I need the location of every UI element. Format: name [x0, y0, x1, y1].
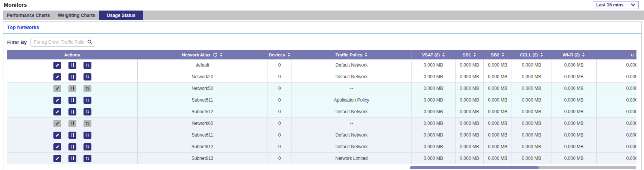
- column-header-sb1[interactable]: SB1: [455, 50, 483, 59]
- edit-button[interactable]: [53, 97, 61, 104]
- traffic-policy-cell: Default Network: [292, 59, 412, 71]
- sb2-usage-cell: 0.000 MB: [484, 94, 512, 106]
- traffic-policy-cell: Default Network: [292, 129, 412, 141]
- reorder-button[interactable]: [84, 85, 91, 92]
- pause-icon: [71, 121, 74, 125]
- sort-control[interactable]: [474, 53, 476, 57]
- table-row: Network50 0 -- 0.000 MB 0.000 MB 0.000 M…: [7, 83, 636, 94]
- edit-button[interactable]: [53, 143, 61, 150]
- edit-button[interactable]: [53, 62, 61, 69]
- reorder-button[interactable]: [84, 62, 91, 69]
- vsat-usage-cell: 0.000 MB: [412, 129, 456, 141]
- vsat-usage-cell: 0.000 MB: [412, 106, 456, 117]
- sort-control[interactable]: [582, 53, 585, 57]
- network-alias-cell: Subnet612: [138, 141, 267, 152]
- up-down-arrows-icon: [85, 109, 90, 114]
- time-range-select[interactable]: Last 15 mins: [593, 1, 639, 9]
- pause-button[interactable]: [68, 85, 76, 92]
- pause-button[interactable]: [68, 62, 76, 69]
- pause-icon: [71, 87, 74, 90]
- u-eth-usage-cell: 0.000 MB: [597, 141, 636, 152]
- tab-performance-charts[interactable]: Performance Charts: [3, 11, 54, 20]
- column-header-traffic-policy[interactable]: Traffic Policy: [292, 50, 411, 59]
- column-label: Devices: [269, 53, 285, 57]
- sb1-usage-cell: 0.000 MB: [456, 153, 484, 164]
- vsat-usage-cell: 0.000 MB: [412, 59, 456, 71]
- column-label: Actions: [64, 53, 80, 57]
- column-header-wifi[interactable]: Wi-Fi (2): [551, 50, 596, 59]
- pencil-icon: [55, 156, 59, 161]
- sort-control[interactable]: [220, 53, 222, 57]
- horizontal-scrollbar-thumb[interactable]: [410, 166, 539, 169]
- pause-icon: [71, 145, 74, 149]
- vsat-usage-cell: 0.000 MB: [412, 141, 456, 152]
- edit-button[interactable]: [53, 132, 61, 139]
- sort-control[interactable]: [502, 53, 504, 57]
- edit-button[interactable]: [53, 155, 61, 162]
- column-header-cell[interactable]: CELL (2): [512, 50, 551, 59]
- reorder-button[interactable]: [84, 108, 91, 115]
- edit-button[interactable]: [53, 73, 61, 80]
- u-eth-usage-cell: 0.000 MB: [597, 94, 636, 106]
- pencil-icon: [55, 98, 59, 102]
- filter-input[interactable]: [30, 38, 95, 47]
- column-header-vsat[interactable]: VSAT (2): [411, 50, 455, 59]
- reorder-button[interactable]: [84, 97, 91, 104]
- up-down-arrows-icon: [85, 98, 90, 102]
- edit-button[interactable]: [53, 85, 61, 92]
- filter-by-label: Filter By: [7, 39, 27, 45]
- column-header-u-eth[interactable]: u_Et: [596, 50, 636, 59]
- column-label: SB2: [491, 53, 499, 57]
- u-eth-usage-cell: 0.000 MB: [597, 118, 636, 129]
- column-header-devices[interactable]: Devices: [267, 50, 292, 59]
- reorder-button[interactable]: [84, 120, 91, 127]
- vsat-usage-cell: 0.000 MB: [412, 153, 456, 164]
- sb1-usage-cell: 0.000 MB: [456, 118, 484, 129]
- top-bar: Monitors Last 15 mins: [0, 0, 644, 10]
- u-eth-usage-cell: 0.000 MB: [597, 83, 636, 94]
- cell-usage-cell: 0.000 MB: [512, 153, 551, 164]
- search-icon[interactable]: [87, 39, 93, 45]
- wifi-usage-cell: 0.000 MB: [551, 94, 597, 106]
- pause-button[interactable]: [68, 120, 76, 127]
- sort-control[interactable]: [365, 53, 367, 57]
- u-eth-usage-cell: 0.000 MB: [597, 129, 636, 141]
- devices-cell: 0: [267, 83, 292, 94]
- column-header-actions: Actions: [7, 50, 137, 59]
- pause-button[interactable]: [68, 143, 76, 150]
- column-header-sb2[interactable]: SB2: [483, 50, 512, 59]
- actions-cell: [7, 106, 138, 117]
- pause-button[interactable]: [68, 132, 76, 139]
- column-label: CELL (2): [520, 53, 538, 57]
- tab-usage-status[interactable]: Usage Status: [99, 11, 143, 20]
- network-alias-cell: Subnet512: [138, 106, 267, 117]
- reorder-button[interactable]: [84, 155, 91, 162]
- sb2-usage-cell: 0.000 MB: [484, 118, 512, 129]
- pause-button[interactable]: [68, 73, 76, 80]
- column-header-network-alias[interactable]: Network Alias: [137, 50, 267, 59]
- sort-control[interactable]: [541, 53, 543, 57]
- horizontal-scrollbar[interactable]: [410, 166, 636, 169]
- pause-button[interactable]: [68, 155, 76, 162]
- reorder-button[interactable]: [84, 73, 91, 80]
- table-row: default 0 Default Network 0.000 MB 0.000…: [7, 59, 636, 71]
- vsat-usage-cell: 0.000 MB: [412, 118, 456, 129]
- refresh-icon[interactable]: [213, 53, 217, 57]
- actions-cell: [7, 153, 138, 164]
- edit-button[interactable]: [53, 120, 61, 127]
- pencil-icon: [55, 75, 59, 79]
- tab-weighting-charts[interactable]: Weighting Charts: [54, 11, 99, 20]
- pause-icon: [71, 156, 74, 160]
- reorder-button[interactable]: [84, 143, 91, 150]
- reorder-button[interactable]: [84, 132, 91, 139]
- devices-cell: 0: [267, 71, 292, 82]
- sort-control[interactable]: [442, 53, 445, 57]
- pause-button[interactable]: [68, 97, 76, 104]
- sb1-usage-cell: 0.000 MB: [456, 59, 484, 71]
- devices-cell: 0: [267, 129, 292, 141]
- edit-button[interactable]: [53, 108, 61, 115]
- column-label: Traffic Policy: [336, 53, 363, 57]
- network-alias-cell: Network60: [138, 118, 267, 129]
- sort-control[interactable]: [288, 53, 290, 57]
- pause-button[interactable]: [68, 108, 76, 115]
